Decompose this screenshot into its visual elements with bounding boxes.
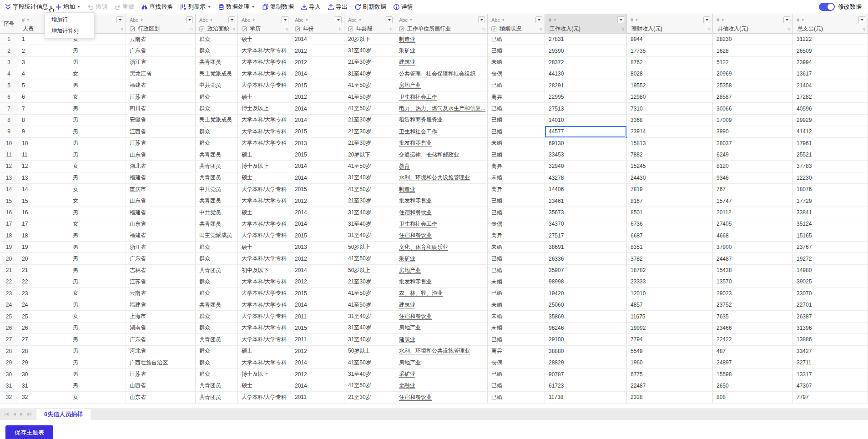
sort-icon[interactable]: ↑↓ [190,26,192,31]
row-number[interactable]: 22 [0,276,18,288]
cell[interactable]: 住宿和餐饮业 [395,392,488,403]
cell[interactable]: 14980 [793,265,868,276]
cell[interactable]: 7 [18,103,69,114]
cell[interactable]: 7819 [627,184,713,195]
sort-icon[interactable]: ↑↓ [621,26,624,31]
cell[interactable]: 17009 [713,115,793,126]
cell[interactable]: 文化、体育和娱乐业 [395,242,488,253]
modify-data-toggle[interactable] [819,3,835,11]
cell[interactable]: 租赁和商务服务业 [395,115,488,126]
cell[interactable]: 27405 [713,218,793,230]
tab-sheet-active[interactable]: 0失信人员抽样 [36,409,91,420]
cell[interactable]: 男 [69,265,126,276]
cell[interactable]: 江苏省 [126,138,196,149]
cell[interactable]: 江苏省 [126,91,196,103]
cell[interactable]: 3368 [627,115,713,126]
cell[interactable]: 未婚 [488,172,545,184]
cell[interactable]: 19272 [793,253,868,264]
cell[interactable]: 制造业 [395,34,488,45]
cell[interactable]: 女 [69,288,126,299]
cell[interactable]: 硕士 [238,380,291,392]
cell[interactable]: 交通运输、仓储和邮政业 [395,149,488,161]
cell[interactable]: 21至30岁 [344,392,395,403]
cell[interactable]: 硕士 [238,346,291,357]
column-header-其他收入(元)[interactable]: #▼其他收入(元)↑↓ [713,14,793,34]
cell[interactable]: 大学本科/大学专科 [238,230,291,242]
cell[interactable]: 28 [18,346,69,357]
cell[interactable]: 男 [69,230,126,242]
row-number[interactable]: 8 [0,115,18,126]
cell[interactable]: 5 [18,80,69,91]
cell[interactable]: 上海市 [126,311,196,322]
cell[interactable]: 17282 [793,91,868,103]
cell[interactable]: 2015 [291,126,344,137]
cell[interactable]: 江苏省 [126,276,196,288]
cell[interactable]: 浙江省 [126,242,196,253]
cell[interactable]: 15245 [627,161,713,172]
toolbar-item-export[interactable]: 导出 [328,3,348,11]
cell[interactable]: 男 [69,149,126,161]
cell[interactable]: 23914 [627,126,713,137]
cell[interactable]: 2014 [291,34,344,45]
cell[interactable]: 女 [69,218,126,230]
cell[interactable]: 房地产业 [395,323,488,334]
cell[interactable]: 41至50岁 [344,103,395,114]
cell[interactable]: 住宿和餐饮业 [395,207,488,218]
cell[interactable]: 26509 [793,45,868,56]
cell[interactable]: 8028 [627,68,713,80]
cell[interactable]: 31至40岁 [344,218,395,230]
cell[interactable]: 男 [69,334,126,345]
cell[interactable]: 2014 [291,357,344,368]
cell[interactable]: 23 [18,288,69,299]
column-menu-button[interactable] [858,16,865,23]
cell[interactable]: 7882 [627,149,713,161]
row-number[interactable]: 3 [0,57,18,68]
row-number[interactable]: 29 [0,357,18,368]
cell[interactable]: 35673 [545,207,627,218]
cell[interactable]: 未婚 [488,57,545,68]
cell[interactable]: 房地产业 [395,80,488,91]
cell[interactable]: 25060 [545,299,627,311]
cell[interactable]: 未婚 [488,138,545,149]
cell[interactable]: 山西省 [126,380,196,392]
cell[interactable]: 31至40岁 [344,311,395,322]
cell[interactable]: 19 [18,242,69,253]
cell[interactable]: 已婚 [488,103,545,114]
row-number[interactable]: 19 [0,242,18,253]
cell[interactable]: 69130 [545,138,627,149]
cell[interactable]: 房地产业 [395,265,488,276]
cell[interactable]: 已婚 [488,45,545,56]
cell[interactable]: 大学本科/大学专科 [238,357,291,368]
column-menu-button[interactable] [478,16,485,23]
cell[interactable]: 已婚 [488,115,545,126]
cell[interactable]: 女 [69,311,126,322]
row-number[interactable]: 27 [0,334,18,345]
cell[interactable]: 中共党员 [196,184,238,195]
cell[interactable]: 未婚 [488,242,545,253]
cell[interactable]: 21至30岁 [344,276,395,288]
cell[interactable]: 博士及以上 [238,103,291,114]
cell[interactable]: 41412 [793,126,868,137]
cell[interactable]: 27513 [545,103,627,114]
cell[interactable]: 男 [69,57,126,68]
cell[interactable]: 批发和零售业 [395,138,488,149]
cell[interactable]: 37900 [713,242,793,253]
cell[interactable]: 2015 [291,80,344,91]
cell[interactable]: 8501 [627,207,713,218]
next-page-icon[interactable] [19,411,25,417]
cell[interactable]: 男 [69,45,126,56]
cell[interactable]: 2014 [291,265,344,276]
cell[interactable]: 山东省 [126,149,196,161]
sort-icon[interactable]: ↑↓ [787,26,790,31]
cell[interactable]: 18076 [793,184,868,195]
column-header-婚姻状况[interactable]: Abc▼婚姻状况↑↓ [488,14,545,34]
cell[interactable]: 山东省 [126,195,196,207]
cell[interactable]: 23994 [793,57,868,68]
cell[interactable]: 37783 [793,161,868,172]
cell[interactable]: 大学本科/大学专科 [238,392,291,403]
row-number[interactable]: 10 [0,138,18,149]
cell[interactable]: 共青团员 [196,172,238,184]
cell[interactable]: 已婚 [488,253,545,264]
cell[interactable]: 福建省 [126,230,196,242]
cell[interactable]: 31至40岁 [344,172,395,184]
